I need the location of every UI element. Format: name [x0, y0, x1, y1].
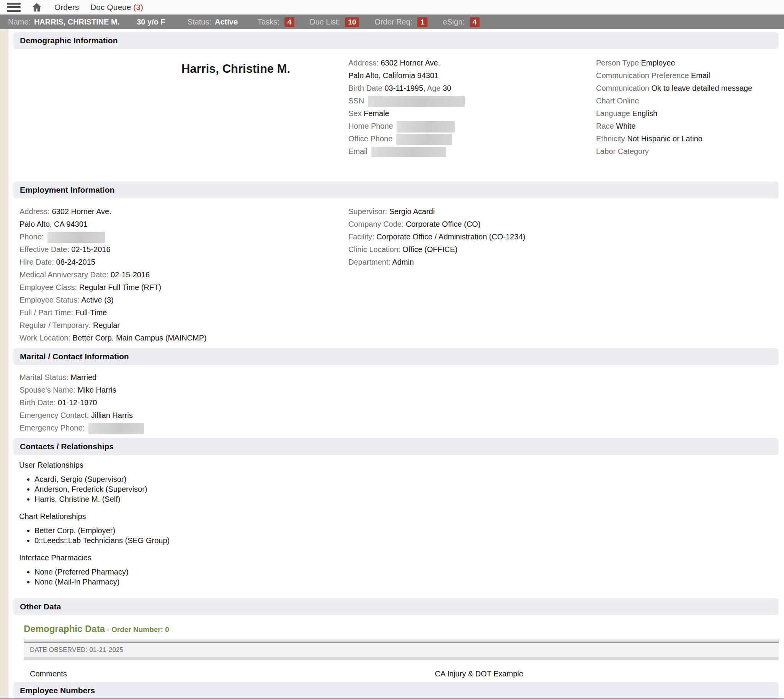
info-line: Person Type Employee: [596, 57, 784, 70]
field-value: 02-15-2016: [71, 245, 110, 253]
field-label: Language: [596, 109, 630, 118]
employment-left-column: Address: 6302 Horner Ave.Palo Alto, CA 9…: [8, 205, 348, 345]
nav-link-doc-queue[interactable]: Doc Queue (3): [90, 3, 143, 12]
info-line: Birth Date 03-11-1995, Age 30: [348, 82, 596, 94]
field-value: Not Hispanic or Latino: [627, 134, 703, 143]
list-item: 0::Leeds::Lab Technicians (SEG Group): [35, 535, 784, 545]
counter-badge[interactable]: 1: [417, 17, 428, 27]
field-label: Employee Status:: [20, 296, 79, 304]
employment-right-column: Supervisor: Sergio AcardiCompany Code: C…: [348, 205, 784, 345]
top-nav-links: OrdersDoc Queue (3): [55, 3, 143, 12]
field-label: Spouse's Name:: [20, 386, 75, 394]
group-title-interface-pharmacies: Interface Pharmacies: [19, 553, 784, 562]
info-line: Race White: [596, 120, 784, 133]
info-line: Palo Alto, CA 94301: [20, 218, 348, 230]
field-value: Office (OFFICE): [402, 245, 457, 253]
demographic-data-order: Demographic Data - Order Number: 0 DATE …: [24, 624, 779, 678]
field-value: Corporate Office (CO): [406, 220, 480, 228]
field-label: Work Location:: [20, 334, 70, 342]
counter-badge[interactable]: 10: [345, 17, 359, 27]
field-label: Ethnicity: [596, 134, 625, 143]
field-value: Admin: [392, 258, 414, 266]
field-value: Jillian Harris: [91, 411, 133, 419]
section-header-marital-contact: Marital / Contact Information: [13, 348, 779, 365]
list-item: Harris, Christine M. (Self): [35, 494, 784, 504]
field-label: Birth Date: [348, 84, 382, 92]
patient-age-sex: 30 y/o F: [137, 18, 165, 27]
info-line: Facility: Corporate Office / Administrat…: [348, 230, 784, 243]
section-header-employment-information: Employment Information: [13, 182, 779, 199]
info-line: Language English: [596, 107, 784, 120]
info-line: Spouse's Name: Mike Harris: [20, 384, 784, 396]
menu-hamburger-icon[interactable]: [7, 3, 21, 12]
patient-status-value: Active: [215, 18, 238, 27]
info-line: Phone:: [20, 230, 348, 243]
info-line: Regular / Temporary: Regular: [20, 319, 348, 332]
group-title-user-relationships: User Relationships: [19, 460, 784, 470]
field-value: 01-12-1970: [58, 398, 97, 407]
field-label: Emergency Contact:: [20, 411, 89, 419]
chart-content: Demographic Information Harris, Christin…: [0, 29, 784, 699]
field-label: Medical Anniversary Date:: [20, 270, 108, 279]
field-label: Chart Online: [596, 96, 639, 105]
section-header-other-data: Other Data: [13, 598, 779, 615]
field-label: Marital Status:: [20, 373, 68, 381]
counter-badge[interactable]: 4: [470, 17, 480, 27]
marital-section: Marital Status: MarriedSpouse's Name: Mi…: [8, 365, 784, 434]
redacted-value: [48, 232, 105, 243]
patient-name-value: HARRIS, CHRISTINE M.: [34, 18, 119, 27]
info-line: Sex Female: [348, 107, 596, 120]
field-label: Regular / Temporary:: [20, 321, 91, 330]
field-value: Email: [691, 71, 710, 80]
nav-link-orders[interactable]: Orders: [55, 3, 79, 12]
section-header-employee-numbers: Employee Numbers: [13, 682, 779, 699]
info-line: Company Code: Corporate Office (CO): [348, 218, 784, 230]
home-icon[interactable]: [31, 2, 43, 13]
field-label: Facility:: [348, 232, 374, 241]
counter-label: Order Req:: [374, 18, 412, 27]
field-value: Married: [70, 373, 96, 381]
info-line: Marital Status: Married: [20, 371, 784, 384]
field-label: Office Phone: [348, 134, 392, 143]
field-label: Labor Category: [596, 147, 649, 156]
field-label: Birth Date:: [20, 398, 56, 407]
info-line: Address: 6302 Horner Ave.: [348, 57, 596, 70]
counter-label: eSign:: [443, 18, 465, 27]
order-divider: [24, 639, 779, 643]
field-value: 6302 Horner Ave.: [381, 59, 440, 67]
redacted-value: [397, 121, 455, 133]
date-observed-row: DATE OBSERVED: 01-21-2025: [24, 643, 779, 660]
patient-counters: Tasks:4Due List:10Order Req:1eSign:4: [258, 17, 480, 27]
info-line: SSN: [348, 94, 596, 107]
counter-label: Due List:: [310, 18, 340, 27]
info-line: Supervisor: Sergio Acardi: [348, 205, 784, 218]
field-value: Mike Harris: [78, 386, 116, 394]
demographic-personal-column: Person Type EmployeeCommunication Prefer…: [596, 57, 784, 158]
field-label: Hire Date:: [20, 258, 54, 266]
order-title: Demographic Data - Order Number: 0: [24, 624, 779, 634]
info-line: Office Phone: [348, 133, 596, 145]
info-line: Ethnicity Not Hispanic or Latino: [596, 133, 784, 145]
info-line: Labor Category: [596, 145, 784, 158]
patient-name-label: Name:: [8, 18, 31, 27]
counter-badge[interactable]: 4: [284, 17, 295, 27]
section-header-demographic-information: Demographic Information: [13, 32, 779, 49]
info-line: Email: [348, 145, 596, 158]
info-line: Clinic Location: Office (OFFICE): [348, 243, 784, 256]
field-label: Communication Preference: [596, 71, 689, 80]
list-item: Acardi, Sergio (Supervisor): [35, 474, 784, 484]
demographic-section: Harris, Christine M. Address: 6302 Horne…: [8, 49, 784, 158]
comments-label: Comments: [24, 669, 435, 678]
field-label: Emergency Phone:: [20, 424, 84, 432]
field-value: Palo Alto, California 94301: [348, 71, 439, 80]
redacted-value: [371, 147, 447, 157]
patient-display-name: Harris, Christine M.: [8, 57, 348, 158]
field-label: Communication: [596, 84, 649, 92]
group-list: None (Preferred Pharmacy)None (Mail-In P…: [19, 567, 784, 587]
list-item: Anderson, Frederick (Supervisor): [35, 484, 784, 494]
info-line: Medical Anniversary Date: 02-15-2016: [20, 268, 348, 281]
field-label: Phone:: [20, 232, 44, 241]
info-line: Full / Part Time: Full-Time: [20, 306, 348, 319]
redacted-value: [88, 423, 144, 434]
info-line: Address: 6302 Horner Ave.: [20, 205, 348, 218]
